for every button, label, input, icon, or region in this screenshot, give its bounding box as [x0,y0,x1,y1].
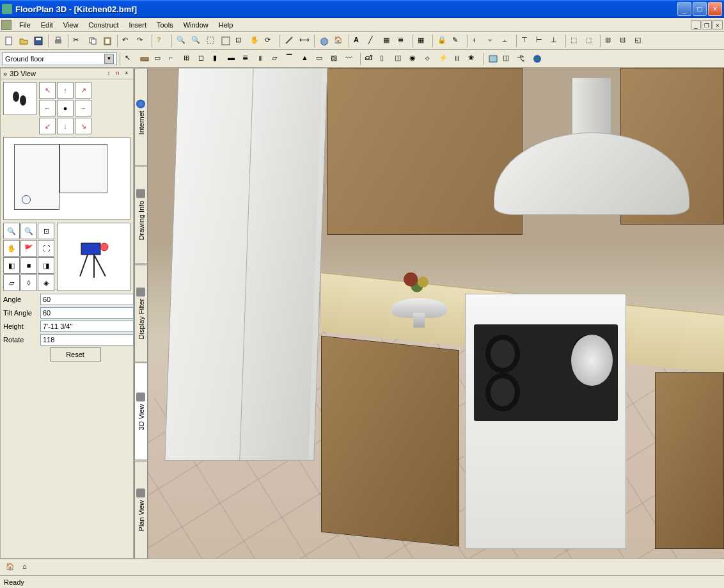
slab-tool-icon[interactable]: ▭ [314,52,328,66]
plant-tool-icon[interactable]: ❀ [466,52,480,66]
text-tool-icon[interactable]: A [352,34,366,48]
nav-left-icon[interactable]: ← [39,100,56,116]
symbol-library-icon[interactable]: ▦ [381,34,395,48]
zoom-in-tool-icon[interactable]: 🔍 [3,223,20,239]
nav-up-icon[interactable]: ↑ [57,82,74,99]
panel-pos-icon[interactable]: ↕ [105,70,113,77]
align-bottom-icon[interactable]: ⊥ [549,34,563,48]
view-shaded-icon[interactable]: ◨ [38,257,54,274]
light-tool-icon[interactable]: ☼ [422,52,436,66]
mdi-restore[interactable]: ❐ [702,20,712,29]
door-tool-icon[interactable]: ⌐ [167,52,181,66]
mdi-close[interactable]: × [712,20,723,29]
menu-window[interactable]: Window [178,20,214,30]
menu-view[interactable]: View [58,20,84,30]
minimize-button[interactable]: _ [677,2,691,16]
fit-tool-icon[interactable]: ⛶ [38,240,54,257]
panel-pin-icon[interactable]: n [114,70,122,77]
beam-tool-icon[interactable]: ▬ [226,52,240,66]
nav-up-right-icon[interactable]: ↗ [75,82,91,99]
column-tool-icon[interactable]: ▮ [211,52,225,66]
measure-button[interactable] [283,34,297,48]
zoom-out-button[interactable]: 🔍 [189,34,203,48]
nav-center-icon[interactable]: ● [57,100,74,116]
tab-plan-view[interactable]: Plan View [134,461,148,559]
home-icon[interactable] [1,20,12,30]
nav-down-icon[interactable]: ↓ [57,118,74,134]
ceiling-tool-icon[interactable]: ▔ [285,52,299,66]
camera-lock-icon[interactable]: 🔒 [436,34,450,48]
pan-button[interactable]: ✋ [248,34,262,48]
camera-edit-icon[interactable]: ✎ [450,34,464,48]
floor-selector[interactable]: Ground floor ▼ [2,52,117,65]
group-icon[interactable]: ⊞ [603,34,617,48]
nav-up-left-icon[interactable]: ↖ [39,82,56,99]
save-button[interactable] [31,34,45,48]
cut-button[interactable]: ✂ [71,34,85,48]
align-center-h-icon[interactable]: ⫟ [485,34,499,48]
line-tool-icon[interactable]: ╱ [366,34,381,48]
close-button[interactable]: × [708,2,722,16]
minimap[interactable] [3,137,130,220]
zoom-region-tool-icon[interactable]: ⊡ [38,223,54,239]
terrain-tool-icon[interactable]: 〰 [343,52,358,66]
menu-insert[interactable]: Insert [123,20,152,30]
view-solid-icon[interactable]: ■ [20,257,37,274]
align-right-icon[interactable]: ⫠ [500,34,514,48]
3d-view-button[interactable] [317,34,331,48]
bottom-tool-2-icon[interactable]: ⌂ [20,560,35,575]
view-wireframe-icon[interactable]: ◧ [3,257,20,274]
stair-tool-icon[interactable]: ≣ [240,52,255,66]
fixture-tool-icon[interactable]: ◉ [407,52,421,66]
target-tool-icon[interactable]: 🚩 [20,240,37,257]
window-tool-icon[interactable]: ⊞ [182,52,196,66]
maximize-button[interactable]: □ [693,2,707,16]
material-tool-icon[interactable]: ◫ [501,52,515,66]
zoom-previous-icon[interactable]: ⊡ [233,34,248,48]
distribute-h-icon[interactable]: ⬚ [569,34,583,48]
tab-drawing-info[interactable]: Drawing Info [134,166,148,264]
appliance-tool-icon[interactable]: ◫ [393,52,407,66]
refresh-button[interactable]: ⟳ [263,34,277,48]
paste-button[interactable] [100,34,114,48]
zoom-out-tool-icon[interactable]: 🔍 [20,223,37,239]
furniture-tool-icon[interactable]: 🛋 [363,52,377,66]
tab-display-filter[interactable]: Display Filter [134,264,148,362]
camera-widget[interactable] [57,223,130,291]
cabinet-tool-icon[interactable]: ▯ [378,52,392,66]
zoom-in-button[interactable]: 🔍 [175,34,189,48]
redo-button[interactable]: ↷ [135,34,149,48]
view-persp-icon[interactable]: ◊ [20,274,37,291]
menu-file[interactable]: File [14,20,36,30]
menu-help[interactable]: Help [214,20,239,30]
floor-tool-icon[interactable]: ▱ [270,52,284,66]
height-input[interactable] [40,321,134,332]
angle-input[interactable] [40,294,134,305]
fence-tool-icon[interactable]: ⫼ [452,52,466,66]
layers-icon[interactable]: ≣ [396,34,410,48]
tree-tool-icon[interactable]: ⼷ [515,52,530,66]
wall-tool-icon[interactable] [138,52,152,66]
open-button[interactable] [17,34,31,48]
dropdown-arrow-icon[interactable]: ▼ [104,54,114,64]
walkthrough-icon[interactable]: 🏠 [332,34,346,48]
bring-front-icon[interactable]: ◱ [633,34,647,48]
zoom-window-button[interactable] [204,34,218,48]
zoom-extents-button[interactable] [219,34,233,48]
nav-down-right-icon[interactable]: ↘ [75,118,91,134]
pan-tool-icon[interactable]: ✋ [3,240,20,257]
roof-tool-icon[interactable]: ▲ [299,52,313,66]
panel-close-icon[interactable]: × [123,70,130,77]
new-button[interactable] [2,34,16,48]
tilt-input[interactable] [40,307,134,319]
bottom-tool-1-icon[interactable]: 🏠 [4,560,18,575]
rotate-input[interactable] [40,334,134,346]
menu-tools[interactable]: Tools [152,20,178,30]
grid-icon[interactable]: ▦ [416,34,430,48]
globe-icon[interactable] [530,52,544,66]
align-left-icon[interactable]: ⫞ [470,34,484,48]
reset-button[interactable]: Reset [50,347,101,362]
picture-tool-icon[interactable] [486,52,500,66]
distribute-v-icon[interactable]: ⬚ [583,34,597,48]
dimension-icon[interactable]: ⟷ [297,34,311,48]
